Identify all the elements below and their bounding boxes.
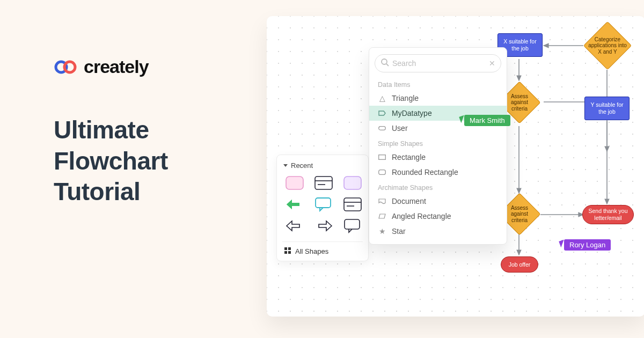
shape-item-document[interactable]: Document — [369, 194, 507, 209]
rounded-rectangle-icon — [378, 170, 386, 175]
node-categorize[interactable]: Categorize applications into X and Y — [584, 23, 631, 69]
presence-cursor-user1: Mark Smith — [460, 115, 510, 126]
star-icon: ★ — [378, 227, 386, 236]
grid-icon — [284, 247, 291, 255]
group-label: Simple Shapes — [369, 136, 507, 150]
pill-icon — [378, 126, 386, 130]
shape-card-icon[interactable] — [313, 175, 334, 191]
search-input[interactable] — [392, 59, 489, 68]
svg-rect-14 — [345, 219, 360, 229]
shape-arrow-left-green[interactable] — [284, 196, 305, 212]
presence-label: Mark Smith — [464, 115, 510, 126]
all-shapes-button[interactable]: All Shapes — [282, 241, 363, 256]
item-label: User — [392, 124, 408, 133]
shapes-section-label: Recent — [291, 161, 313, 170]
presence-cursor-user2: Rory Logan — [560, 239, 611, 251]
svg-rect-9 — [344, 177, 361, 189]
chevron-down-icon — [283, 164, 288, 167]
search-field[interactable]: ✕ — [375, 54, 501, 72]
page-headline: Ultimate Flowchart Tutorial — [54, 115, 231, 208]
search-icon — [380, 58, 389, 69]
svg-rect-11 — [344, 198, 361, 211]
presence-label: Rory Logan — [564, 239, 611, 251]
item-label: MyDatatype — [392, 109, 432, 117]
editor-canvas[interactable]: X suitable for the job Categorize applic… — [267, 16, 644, 317]
svg-line-20 — [386, 64, 389, 66]
node-job-offer[interactable]: Job offer — [501, 256, 538, 273]
shape-arrow-right-outline[interactable] — [313, 218, 334, 234]
node-label: Send thank you letter/email — [585, 208, 631, 221]
shapes-panel-section-toggle[interactable]: Recent — [282, 161, 363, 170]
brand-name: creately — [84, 56, 149, 77]
node-y-suitable[interactable]: Y suitable for the job — [584, 97, 630, 120]
shape-item-angled-rectangle[interactable]: Angled Rectangle — [369, 209, 507, 224]
shape-item-triangle[interactable]: △Triangle — [369, 91, 507, 106]
svg-rect-23 — [379, 170, 386, 175]
group-label: Data Items — [369, 77, 507, 91]
shape-item-rounded-rectangle[interactable]: Rounded Rectangle — [369, 165, 507, 180]
item-label: Document — [392, 197, 426, 205]
svg-rect-15 — [284, 247, 287, 250]
shape-speech-bubble-outline[interactable] — [342, 218, 363, 234]
item-label: Triangle — [392, 94, 419, 102]
shape-arrow-left-outline[interactable] — [284, 218, 305, 234]
clear-icon[interactable]: ✕ — [489, 59, 495, 68]
tag-icon — [378, 111, 386, 116]
shapes-panel: Recent All Shapes — [276, 155, 369, 261]
parallelogram-icon — [378, 214, 386, 219]
svg-rect-6 — [315, 177, 332, 189]
shape-search-popover: ✕ Data Items △Triangle MyDatatype User S… — [369, 47, 507, 245]
svg-rect-18 — [288, 251, 291, 254]
svg-point-19 — [382, 59, 387, 64]
all-shapes-label: All Shapes — [295, 247, 328, 255]
group-label: Archimate Shapes — [369, 180, 507, 194]
item-label: Angled Rectangle — [392, 212, 451, 221]
svg-rect-22 — [379, 155, 386, 160]
brand-logo: creately — [54, 56, 231, 77]
svg-rect-17 — [284, 251, 287, 254]
item-label: Star — [392, 227, 406, 236]
svg-rect-16 — [288, 247, 291, 250]
node-label: Assess against criteria — [503, 205, 536, 224]
svg-rect-21 — [379, 127, 386, 130]
triangle-icon: △ — [378, 94, 386, 102]
node-label: Job offer — [509, 261, 531, 268]
svg-rect-10 — [316, 198, 331, 208]
document-icon — [378, 199, 386, 204]
shape-rounded-pink[interactable] — [284, 175, 305, 191]
shape-card-icon-2[interactable] — [342, 196, 363, 212]
shape-item-rectangle[interactable]: Rectangle — [369, 150, 507, 165]
node-label: Categorize applications into X and Y — [587, 36, 628, 55]
shape-speech-bubble-cyan[interactable] — [313, 196, 334, 212]
logo-mark-icon — [54, 60, 78, 74]
rectangle-icon — [378, 155, 386, 160]
item-label: Rounded Rectangle — [392, 168, 458, 177]
shape-item-star[interactable]: ★Star — [369, 224, 507, 239]
node-send-letter[interactable]: Send thank you letter/email — [582, 205, 634, 224]
node-label: Y suitable for the job — [587, 101, 627, 115]
shape-rounded-purple[interactable] — [342, 175, 363, 191]
node-label: Assess against criteria — [503, 93, 536, 112]
item-label: Rectangle — [392, 153, 426, 161]
svg-rect-5 — [286, 177, 303, 189]
